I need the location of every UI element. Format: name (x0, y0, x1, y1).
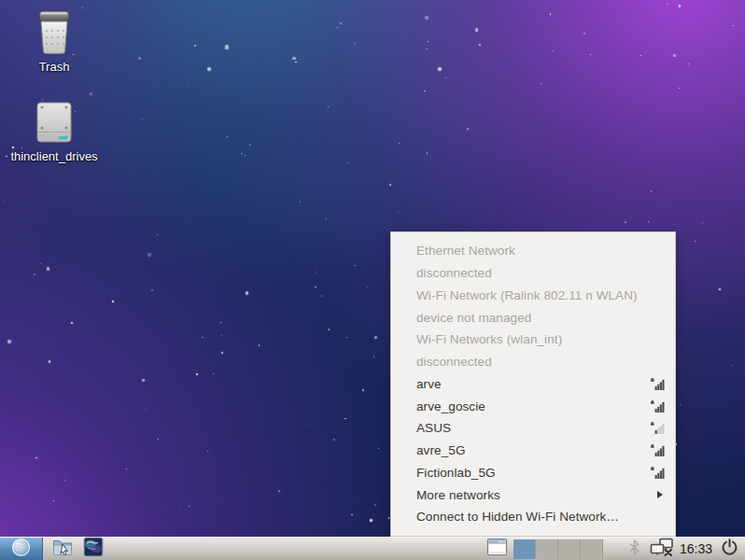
network-menu-item[interactable]: avre_5G (391, 440, 675, 462)
network-disconnected-icon (650, 538, 675, 560)
network-menu-item-label: Wi-Fi Networks (wlan_int) (416, 332, 666, 346)
file-manager-button[interactable] (51, 538, 74, 560)
trash-icon (34, 9, 75, 58)
network-menu-item-label: disconnected (416, 266, 666, 280)
wifi-signal-lock-icon (651, 467, 666, 479)
network-menu-item[interactable]: Fictionlab_5G (391, 462, 675, 484)
network-menu-item-label: Fictionlab_5G (416, 466, 651, 480)
network-menu-item[interactable]: Connect to Hidden Wi-Fi Network… (391, 506, 675, 528)
network-menu-item-label: Connect to Hidden Wi-Fi Network… (416, 510, 666, 524)
window-list-button[interactable] (485, 538, 511, 560)
submenu-arrow-icon (657, 491, 663, 498)
network-menu-item-label: disconnected (416, 355, 666, 369)
workspace-switcher (513, 539, 603, 559)
lubuntu-logo-icon (11, 538, 31, 560)
workspace-pager-cell[interactable] (536, 539, 558, 559)
power-icon (721, 539, 738, 560)
network-menu-item: Wi-Fi Network (Ralink 802.11 n WLAN) (391, 285, 675, 307)
network-menu-item: device not managed (391, 306, 675, 329)
show-desktop-button[interactable] (82, 538, 105, 560)
taskbar: 16:33 (0, 537, 745, 560)
network-menu-item-label: Ethernet Network (416, 244, 666, 258)
network-menu-item[interactable]: ASUS (391, 417, 675, 440)
network-menu-item-label: ASUS (416, 421, 651, 435)
wifi-signal-lock-icon (651, 422, 666, 434)
window-list-icon (486, 538, 508, 560)
network-menu-item-label: arve (416, 377, 651, 391)
network-menu-item[interactable]: arve (391, 373, 675, 396)
desktop-icon-label: thinclient_drives (7, 149, 101, 163)
file-manager-icon (52, 538, 73, 560)
desktop-icon-trash[interactable]: Trash (7, 9, 101, 74)
workspace-pager-cell[interactable] (581, 539, 603, 559)
taskbar-clock[interactable]: 16:33 (680, 541, 712, 556)
network-menu-item: disconnected (391, 351, 675, 373)
network-menu-item-label: avre_5G (416, 443, 651, 457)
network-menu-item[interactable]: arve_goscie (391, 395, 675, 417)
network-menu-item-label: More networks (416, 488, 657, 502)
power-button[interactable] (719, 538, 739, 560)
system-tray: 16:33 (603, 538, 745, 560)
network-menu-item-label: device not managed (416, 311, 666, 325)
network-manager-menu: Ethernet Network disconnected (390, 231, 676, 537)
workspace-pager-cell[interactable] (513, 539, 536, 559)
network-tray-button[interactable] (650, 538, 676, 560)
show-desktop-icon (83, 537, 104, 560)
workspace-pager-cell[interactable] (558, 539, 581, 559)
drive-icon (34, 101, 75, 147)
desktop: Trash thinclient_drives E (0, 0, 745, 560)
network-menu-item: Wi-Fi Networks (wlan_int) (391, 329, 675, 351)
start-menu-button[interactable] (0, 538, 43, 560)
bluetooth-tray-button[interactable] (628, 538, 641, 560)
wifi-signal-lock-icon (651, 400, 666, 413)
network-menu-item-label: Wi-Fi Network (Ralink 802.11 n WLAN) (416, 288, 666, 302)
network-menu-item[interactable]: More networks (391, 483, 675, 506)
network-menu-item: disconnected (391, 262, 675, 285)
wifi-signal-lock-icon (651, 444, 666, 456)
network-menu-item-label: arve_goscie (416, 399, 651, 413)
desktop-icon-thinclient-drives[interactable]: thinclient_drives (7, 101, 101, 163)
wifi-signal-lock-icon (651, 378, 666, 390)
network-menu-item: Ethernet Network (391, 240, 675, 262)
bluetooth-icon (629, 539, 640, 559)
desktop-icon-label: Trash (7, 60, 101, 74)
